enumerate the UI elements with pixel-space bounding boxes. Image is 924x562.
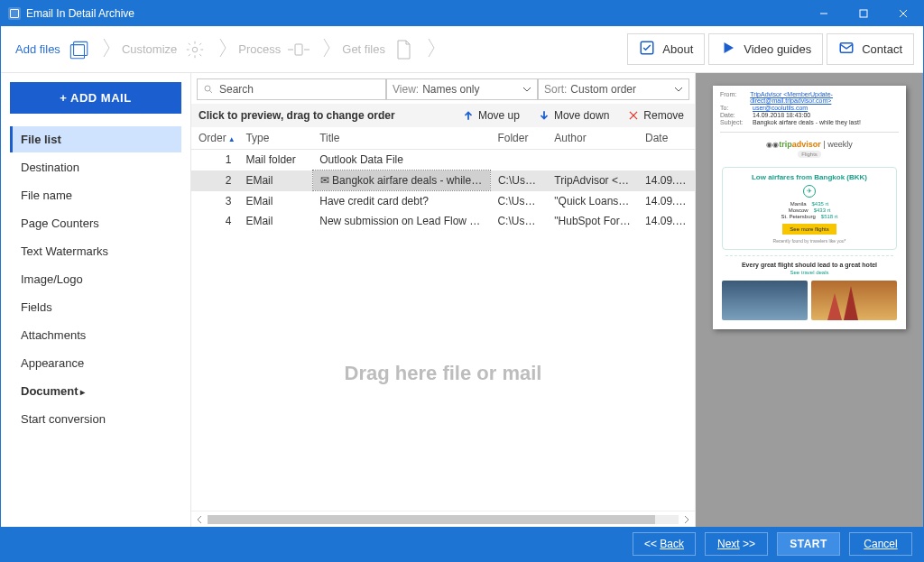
col-author[interactable]: Author [547,127,638,150]
card-headline: Low airfares from Bangkok (BKK) [726,173,892,181]
minimize-button[interactable] [804,1,844,26]
sidebar-item-page-counters[interactable]: Page Counters [10,210,181,236]
add-mail-button[interactable]: + ADD MAIL [10,82,181,114]
filter-row: Search View:Names only Sort:Custom order [191,73,695,104]
arrow-up-icon [462,109,475,122]
sidebar-item-text-watermarks[interactable]: Text Watermarks [10,238,181,264]
breadcrumb-add-files-label: Add files [15,42,60,56]
col-type[interactable]: Type [238,127,312,150]
table-row[interactable]: 2EMail✉ Bangkok airfare deals - while th… [191,170,695,191]
table-row[interactable]: 3EMailHave credit card debt?C:\User..."Q… [191,191,695,212]
main-body: + ADD MAIL File list Destination File na… [1,73,923,527]
view-dropdown[interactable]: View:Names only [386,78,538,100]
scroll-track[interactable] [208,515,679,524]
chevron-down-icon [522,85,531,94]
center-panel: Search View:Names only Sort:Custom order… [190,73,696,527]
price-row: Manila$435 rt [726,201,892,207]
photo-row [713,281,906,329]
date-value: 14.09.2018 18:43:00 [753,112,810,118]
breadcrumb-customize-label: Customize [122,42,177,56]
app-window: Email In Detail Archive Add files Custom… [0,0,924,562]
sidebar-item-appearance[interactable]: Appearance [10,350,181,376]
col-order: Order▲ [191,127,238,150]
play-icon [720,40,736,59]
breadcrumb-process: Process [233,33,317,66]
sidebar: + ADD MAIL File list Destination File na… [1,73,190,527]
pdf-file-icon [391,37,416,62]
maximize-button[interactable] [844,1,883,26]
check-square-icon [639,40,655,59]
sidebar-item-destination[interactable]: Destination [10,154,181,180]
flights-tag: Flights [798,151,821,158]
move-down-button[interactable]: Move down [534,107,613,124]
search-input[interactable]: Search [197,78,386,100]
breadcrumb-process-label: Process [238,42,281,56]
sort-asc-icon: ▲ [228,135,236,143]
col-title[interactable]: Title [312,127,490,150]
col-date[interactable]: Date [638,127,695,150]
video-guides-button[interactable]: Video guides [708,33,823,65]
chevron-left-icon[interactable] [195,515,204,524]
search-icon [203,84,214,95]
bottom-bar: << Back Next >> START Cancel [1,527,923,561]
window-title: Email In Detail Archive [26,7,804,20]
envelope-icon [838,40,855,59]
sidebar-item-document[interactable]: Document [10,378,181,404]
remove-label: Remove [643,109,684,122]
sidebar-item-file-list[interactable]: File list [10,126,181,152]
start-button[interactable]: START [777,532,840,556]
sidebar-item-file-name[interactable]: File name [10,182,181,208]
about-label: About [662,42,693,56]
move-down-label: Move down [554,109,609,122]
chevron-right-icon [425,37,438,62]
breadcrumb-add-files[interactable]: Add files [10,33,97,66]
instruction-text: Click to preview, drag to change order [199,109,448,122]
gear-icon [182,37,208,62]
table-row[interactable]: 4EMailNew submission on Lead Flow "My...… [191,211,695,231]
subject-value: Bangkok airfare deals - while they last! [753,119,861,125]
scroll-thumb[interactable] [208,515,655,524]
chevron-right-icon[interactable] [682,515,691,524]
breadcrumb-get-files: Get files [337,33,421,66]
close-button[interactable] [883,1,923,26]
back-button[interactable]: << Back [633,532,696,556]
sidebar-item-image-logo[interactable]: Image/Logo [10,266,181,292]
chevron-right-icon [320,37,333,62]
next-button[interactable]: Next >> [705,532,768,556]
svg-point-3 [193,47,199,52]
table-row[interactable]: 1Mail folderOutlook Data File [191,150,695,170]
slogan-text: Every great flight should lead to a grea… [713,262,906,268]
action-row: Click to preview, drag to change order M… [191,104,695,127]
airfare-card: Low airfares from Bangkok (BKK) ✈ Manila… [722,167,897,250]
brand-logo: ◉◉tripadvisor | weekly Flights [713,134,906,161]
from-value: TripAdvisor <MemberUpdate-direct@mail.tr… [750,91,899,104]
sidebar-item-attachments[interactable]: Attachments [10,322,181,348]
breadcrumb-customize: Customize [116,33,213,66]
grid-header-row[interactable]: Order▲ Type Title Folder Author Date [191,127,695,150]
col-folder[interactable]: Folder [490,127,547,150]
sidebar-item-start-conversion[interactable]: Start conversion [10,406,181,432]
contact-label: Contact [862,42,902,56]
svg-rect-0 [860,10,867,17]
chevron-right-icon [217,37,229,62]
horizontal-scrollbar[interactable] [191,511,695,527]
contact-button[interactable]: Contact [827,33,914,65]
card-note: Recently found by travelers like you* [726,238,892,244]
email-header: From:TripAdvisor <MemberUpdate-direct@ma… [713,86,906,130]
sidebar-item-fields[interactable]: Fields [10,294,181,320]
preview-page: From:TripAdvisor <MemberUpdate-direct@ma… [713,86,906,329]
remove-button[interactable]: Remove [624,107,688,124]
about-button[interactable]: About [627,33,705,65]
to-value: user@coolutils.com [753,105,808,111]
plane-icon: ✈ [803,185,816,198]
price-row: Moscow$433 rt [726,207,892,213]
sort-value: Custom order [570,83,636,96]
breadcrumb-toolbar: Add files Customize Process Get files Ab… [1,26,923,73]
sort-label: Sort: [544,83,567,96]
sort-dropdown[interactable]: Sort:Custom order [538,78,689,100]
cancel-button[interactable]: Cancel [849,532,912,556]
move-up-button[interactable]: Move up [458,107,523,124]
photo-left [722,281,808,320]
view-value: Names only [422,83,479,96]
mail-grid[interactable]: Order▲ Type Title Folder Author Date 1Ma… [191,127,695,511]
